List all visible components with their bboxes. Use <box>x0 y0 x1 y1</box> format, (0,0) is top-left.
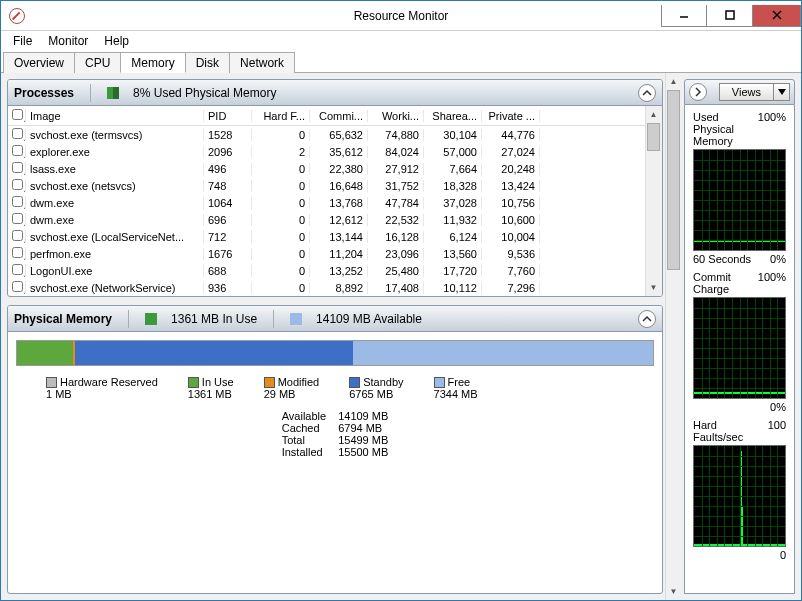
chart-used-canvas <box>693 149 786 251</box>
views-button[interactable]: Views <box>719 83 774 101</box>
scroll-up-icon[interactable]: ▲ <box>646 106 661 123</box>
tab-memory[interactable]: Memory <box>120 52 185 73</box>
svg-rect-1 <box>726 11 734 19</box>
col-pid[interactable]: PID <box>204 110 252 122</box>
processes-summary: 8% Used Physical Memory <box>133 86 276 100</box>
table-row[interactable]: svchost.exe (netsvcs)748016,64831,75218,… <box>8 177 645 194</box>
cell-commit: 8,892 <box>310 282 368 294</box>
table-row[interactable]: svchost.exe (NetworkService)93608,89217,… <box>8 279 645 296</box>
cell-commit: 22,380 <box>310 163 368 175</box>
col-image[interactable]: Image <box>26 110 204 122</box>
tab-disk[interactable]: Disk <box>185 52 230 73</box>
table-header: Image PID Hard F... Commi... Worki... Sh… <box>8 106 645 126</box>
col-commit[interactable]: Commi... <box>310 110 368 122</box>
col-hardfaults[interactable]: Hard F... <box>252 110 310 122</box>
scroll-up-icon[interactable]: ▲ <box>666 73 681 90</box>
scroll-down-icon[interactable]: ▼ <box>666 583 681 600</box>
table-row[interactable]: lsass.exe496022,38027,9127,66420,248 <box>8 160 645 177</box>
cell-commit: 35,612 <box>310 146 368 158</box>
menu-help[interactable]: Help <box>96 32 137 50</box>
tab-cpu[interactable]: CPU <box>74 52 121 73</box>
row-checkbox[interactable] <box>12 281 23 292</box>
cell-hardfaults: 0 <box>252 129 310 141</box>
collapse-processes-button[interactable] <box>638 84 656 102</box>
cell-hardfaults: 0 <box>252 265 310 277</box>
scroll-thumb[interactable] <box>667 90 680 270</box>
chevron-up-icon <box>642 314 652 324</box>
chart-used-min: 0% <box>770 253 786 265</box>
chart-hard-min: 0 <box>780 549 786 561</box>
cell-hardfaults: 0 <box>252 214 310 226</box>
chart-commit-canvas <box>693 297 786 399</box>
col-private[interactable]: Private ... <box>482 110 540 122</box>
cell-shareable: 30,104 <box>424 129 482 141</box>
row-checkbox[interactable] <box>12 247 23 258</box>
row-checkbox[interactable] <box>12 179 23 190</box>
cell-pid: 1528 <box>204 129 252 141</box>
maximize-button[interactable] <box>707 5 753 27</box>
chart-commit-max: 100% <box>758 271 786 295</box>
avail-indicator-icon <box>290 313 302 325</box>
cell-pid: 688 <box>204 265 252 277</box>
table-row[interactable]: dwm.exe696012,61222,53211,93210,600 <box>8 211 645 228</box>
scroll-thumb[interactable] <box>647 123 660 151</box>
swatch-hw-icon <box>46 377 57 388</box>
chart-hard-max: 100 <box>768 419 786 443</box>
cell-hardfaults: 0 <box>252 197 310 209</box>
row-checkbox[interactable] <box>12 264 23 275</box>
tab-network[interactable]: Network <box>229 52 295 73</box>
stat-installed-label: Installed <box>282 446 326 458</box>
cell-pid: 496 <box>204 163 252 175</box>
table-row[interactable]: svchost.exe (LocalServiceNet...712013,14… <box>8 228 645 245</box>
col-shareable[interactable]: Sharea... <box>424 110 482 122</box>
chart-commit-title: Commit Charge <box>693 271 758 295</box>
row-checkbox[interactable] <box>12 196 23 207</box>
scroll-down-icon[interactable]: ▼ <box>646 279 661 296</box>
cell-private: 10,600 <box>482 214 540 226</box>
table-row[interactable]: explorer.exe2096235,61284,02457,00027,02… <box>8 143 645 160</box>
stat-available-val: 14109 MB <box>338 410 388 422</box>
menu-file[interactable]: File <box>5 32 40 50</box>
processes-header[interactable]: Processes 8% Used Physical Memory <box>8 80 662 106</box>
chart-commit-charge: Commit Charge100% 0% <box>687 271 792 413</box>
table-scrollbar[interactable]: ▲ ▼ <box>645 106 662 296</box>
minimize-button[interactable] <box>661 5 707 27</box>
views-dropdown-button[interactable] <box>774 83 790 101</box>
row-checkbox[interactable] <box>12 230 23 241</box>
close-button[interactable] <box>753 5 801 27</box>
table-row[interactable]: dwm.exe1064013,76847,78437,02810,756 <box>8 194 645 211</box>
row-checkbox[interactable] <box>12 145 23 156</box>
swatch-mod-icon <box>264 377 275 388</box>
col-working[interactable]: Worki... <box>368 110 424 122</box>
collapse-physmem-button[interactable] <box>638 310 656 328</box>
cell-working: 23,096 <box>368 248 424 260</box>
cell-pid: 748 <box>204 180 252 192</box>
row-checkbox[interactable] <box>12 162 23 173</box>
cell-private: 13,424 <box>482 180 540 192</box>
table-row[interactable]: svchost.exe (termsvcs)1528065,63274,8803… <box>8 126 645 143</box>
cell-private: 9,536 <box>482 248 540 260</box>
tab-overview[interactable]: Overview <box>3 52 75 73</box>
window-title: Resource Monitor <box>354 9 449 23</box>
physmem-header[interactable]: Physical Memory 1361 MB In Use 14109 MB … <box>8 306 662 332</box>
left-pane-scrollbar[interactable]: ▲ ▼ <box>665 73 682 600</box>
triangle-down-icon <box>778 88 786 96</box>
cell-image: dwm.exe <box>26 197 204 209</box>
cell-hardfaults: 0 <box>252 248 310 260</box>
cell-working: 84,024 <box>368 146 424 158</box>
cell-hardfaults: 0 <box>252 163 310 175</box>
resource-monitor-window: Resource Monitor File Monitor Help Overv… <box>0 0 802 601</box>
cell-working: 74,880 <box>368 129 424 141</box>
chart-commit-min: 0% <box>770 401 786 413</box>
titlebar[interactable]: Resource Monitor <box>1 1 801 31</box>
row-checkbox[interactable] <box>12 213 23 224</box>
row-checkbox[interactable] <box>12 128 23 139</box>
cell-commit: 13,252 <box>310 265 368 277</box>
select-all-checkbox[interactable] <box>12 109 23 120</box>
table-row[interactable]: LogonUI.exe688013,25225,48017,7207,760 <box>8 262 645 279</box>
collapse-charts-button[interactable] <box>689 83 707 101</box>
table-row[interactable]: perfmon.exe1676011,20423,09613,5609,536 <box>8 245 645 262</box>
swatch-free-icon <box>434 377 445 388</box>
usage-indicator-icon <box>107 87 119 99</box>
menu-monitor[interactable]: Monitor <box>40 32 96 50</box>
